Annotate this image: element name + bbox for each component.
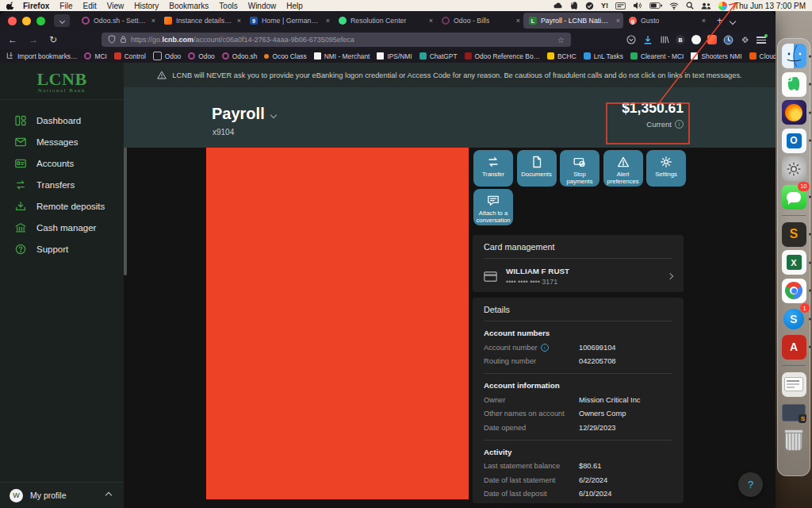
extension-avatar-icon[interactable] [691,35,701,44]
tab-close-icon[interactable]: × [516,17,520,25]
sidebar-item-remote-deposits[interactable]: Remote deposits [0,195,124,217]
tab-overflow-button[interactable] [730,15,735,26]
volume-icon[interactable] [633,2,642,10]
tab-close-icon[interactable]: × [429,17,433,25]
my-profile-button[interactable]: W My profile [0,482,124,508]
sidebar-item-transfers[interactable]: Transfers [0,174,124,195]
dock-evernote-icon[interactable] [782,72,806,97]
dock-printer-icon[interactable] [782,372,806,397]
pocket-icon[interactable] [626,35,636,45]
dock-finder-icon[interactable] [782,44,806,68]
info-icon[interactable]: i [541,344,549,352]
info-icon[interactable]: i [675,120,684,129]
menu-view[interactable]: View [107,2,124,10]
sidebar-item-messages[interactable]: Messages [0,131,124,152]
dock-minimized-window-icon[interactable]: S [782,400,806,425]
dock-outlook-icon[interactable]: O [782,129,806,153]
menu-bookmarks[interactable]: Bookmarks [169,2,209,10]
menu-help[interactable]: Help [286,2,303,10]
firefox-view-button[interactable] [54,14,70,27]
bookmark-bchc[interactable]: BCHC [547,52,576,60]
back-button[interactable]: ← [8,34,17,45]
users-icon[interactable] [701,2,711,10]
sidebar-item-cash-manager[interactable]: Cash manager [0,217,124,238]
wifi-icon[interactable] [669,2,679,10]
tab-payroll-lcnb-national-bank[interactable]: LPayroll - LCNB National Bank× [523,13,623,29]
dock-messages-icon[interactable]: 10 [782,185,806,210]
forward-button[interactable]: → [29,34,38,45]
bookmark-nmi-merchant[interactable]: NMI - Merchant [314,52,370,60]
tab-instance-details-cloudpep[interactable]: Instance details - Cloudpep…× [159,13,244,29]
bookmark-odoo-reference-bo[interactable]: Odoo Reference Bo… [465,52,540,60]
card-row[interactable]: WILLIAM F RUST •••• •••• •••• 3171 [473,259,684,286]
evernote-icon[interactable] [570,2,578,10]
downloads-icon[interactable] [642,35,653,45]
documents-button[interactable]: Documents [517,150,557,187]
tab-close-icon[interactable]: × [702,17,706,25]
bookmark-odoo[interactable]: Odoo [153,52,182,60]
new-tab-button[interactable]: + [717,15,722,26]
dock-system-settings-icon[interactable] [782,156,806,181]
dock-excel-icon[interactable]: X [782,250,806,275]
dock-skype-icon[interactable]: S1 [782,306,806,331]
menu-firefox[interactable]: Firefox [23,2,49,10]
app-menu-icon[interactable] [756,36,766,44]
alert-preferences-button[interactable]: Alert preferences [603,150,643,187]
menubar-clock[interactable]: Thu Jun 13 7:00 PM [734,2,806,10]
bookmark-clearent-mci[interactable]: Clearent - MCI [630,52,684,60]
bookmark-import-bookmarks[interactable]: Import bookmarks… [6,52,77,61]
dock-sublime-text-icon[interactable]: S [782,222,806,247]
color-wheel-icon[interactable] [718,2,727,10]
sidebar-item-dashboard[interactable]: Dashboard [0,110,124,131]
dock-chrome-icon[interactable] [782,279,806,303]
sidebar-item-accounts[interactable]: Accounts [0,152,124,174]
bookmark-control[interactable]: Control [114,52,146,60]
timezone-extension-icon[interactable] [723,35,733,45]
bookmark-shooters-nmi[interactable]: Shooters NMI [691,52,741,60]
bookmark-star-icon[interactable]: ☆ [557,36,565,44]
transfer-button[interactable]: Transfer [473,150,513,187]
menu-tools[interactable]: Tools [219,2,237,10]
tab-odoo-bills[interactable]: Odoo - Bills× [436,13,523,29]
bookmark-odoo[interactable]: Odoo [188,52,215,60]
extensions-puzzle-icon[interactable] [740,35,750,45]
check-circle-icon[interactable] [585,2,594,10]
library-icon[interactable] [659,35,669,45]
menu-edit[interactable]: Edit [82,2,96,10]
battery-icon[interactable] [649,2,662,9]
spotlight-icon[interactable] [686,2,694,10]
card-reader-icon[interactable] [615,2,626,10]
tab-gusto[interactable]: gGusto× [623,13,709,29]
extension-orange-icon[interactable] [707,35,717,44]
settings-button[interactable]: Settings [646,150,686,187]
dock-firefox-icon[interactable] [782,100,806,125]
dock-trash-icon[interactable] [782,429,806,453]
menu-file[interactable]: File [59,2,72,10]
bookmark-cloudpepper[interactable]: Cloudpepper [749,52,776,60]
close-window-button[interactable] [8,17,17,25]
tab-close-icon[interactable]: × [326,17,330,25]
help-button[interactable]: ? [738,472,763,497]
bookmark-mci[interactable]: MCI [84,52,106,60]
bookmark-ocoo-class[interactable]: Ocoo Class [264,52,306,60]
tab-close-icon[interactable]: × [237,17,241,25]
attach-to-a-conversation-button[interactable]: Attach to a conversation [473,189,513,225]
stop-payments-button[interactable]: Stop payments [560,150,599,187]
apple-menu-icon[interactable] [6,1,15,10]
sidebar-item-support[interactable]: Support [0,238,124,260]
bookmark-ips-nmi[interactable]: IPS/NMI [377,52,412,60]
dock-acrobat-reader-icon[interactable]: A [782,335,806,360]
tab-close-icon[interactable]: × [151,17,155,25]
url-bar[interactable]: https://go.lcnb.com/account/c06a0f14-276… [102,33,571,47]
lock-icon[interactable] [120,33,127,47]
minimize-window-button[interactable] [22,17,31,25]
reload-button[interactable]: ↻ [49,34,57,45]
tracking-shield-icon[interactable] [108,33,116,47]
tab-close-icon[interactable]: × [616,17,620,25]
menu-window[interactable]: Window [248,2,277,10]
tab-home-germanautomation[interactable]: 9Home | GermanAutomation®× [244,13,333,29]
bookmark-chatgpt[interactable]: ChatGPT [419,52,458,60]
account-title[interactable]: Payroll [212,105,276,123]
bookmark-odoo-sh[interactable]: Odoo.sh [222,52,258,60]
bookmark-lnl-tasks[interactable]: LnL Tasks [584,52,623,60]
